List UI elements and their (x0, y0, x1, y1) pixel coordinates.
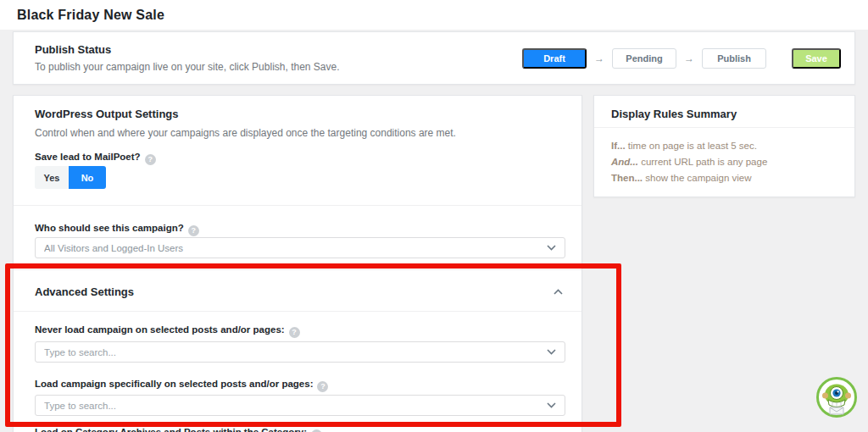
who-should-see-label: Who should see this campaign? (35, 223, 184, 233)
help-icon[interactable]: ? (188, 225, 199, 236)
rule-then: Then... show the campaign view (611, 173, 752, 183)
chevron-down-icon (547, 402, 556, 408)
load-specific-label: Load campaign specifically on selected p… (35, 379, 313, 389)
arrow-icon: → (594, 53, 604, 64)
page-title: Black Friday New Sale (17, 8, 164, 23)
pending-button[interactable]: Pending (612, 48, 676, 69)
help-icon[interactable]: ? (145, 154, 156, 165)
publish-status-card: Publish Status To publish your campaign … (13, 31, 855, 85)
display-rules-card: Display Rules Summary If... time on page… (593, 95, 855, 197)
divider (14, 269, 581, 270)
never-load-select[interactable] (35, 341, 565, 363)
chevron-down-icon (547, 245, 556, 251)
category-archives-label: Load on Category Archives and Posts with… (35, 427, 307, 432)
draft-button[interactable]: Draft (522, 48, 587, 69)
output-settings-heading: WordPress Output Settings (35, 108, 179, 120)
top-bar: Black Friday New Sale (0, 0, 868, 30)
chevron-down-icon (547, 349, 556, 355)
chevron-up-icon[interactable] (554, 289, 563, 295)
publish-status-description: To publish your campaign live on your si… (35, 61, 522, 73)
app-window: Black Friday New Sale Publish Status To … (0, 0, 868, 432)
save-button[interactable]: Save (792, 48, 841, 69)
divider (594, 127, 854, 128)
divider (14, 205, 581, 206)
load-specific-select[interactable] (35, 395, 565, 416)
output-settings-description: Control when and where your campaigns ar… (35, 127, 456, 139)
mailpoet-label: Save lead to MailPoet? (35, 152, 141, 162)
advanced-settings-heading: Advanced Settings (35, 285, 134, 298)
publish-button[interactable]: Publish (702, 48, 766, 69)
mailpoet-toggle-no[interactable]: No (69, 166, 106, 189)
output-settings-card: WordPress Output Settings Control when a… (13, 95, 582, 432)
divider (14, 311, 581, 312)
rule-if: If... time on page is at least 5 sec. (611, 141, 757, 151)
mailpoet-toggle: Yes No (35, 166, 106, 189)
publish-status-heading: Publish Status (35, 43, 522, 56)
display-rules-heading: Display Rules Summary (611, 108, 737, 120)
who-should-see-value[interactable] (36, 238, 547, 258)
arrow-icon: → (684, 53, 694, 64)
never-load-search-input[interactable] (36, 342, 547, 362)
who-should-see-select[interactable] (35, 237, 565, 258)
rule-and: And... current URL path is any page (611, 157, 767, 167)
help-icon[interactable]: ? (317, 381, 328, 392)
help-icon[interactable]: ? (289, 327, 300, 338)
optinmonster-mascot-button[interactable] (816, 377, 857, 418)
never-load-label: Never load campaign on selected posts an… (35, 324, 285, 335)
mailpoet-toggle-yes[interactable]: Yes (35, 166, 69, 189)
load-specific-search-input[interactable] (36, 396, 547, 415)
